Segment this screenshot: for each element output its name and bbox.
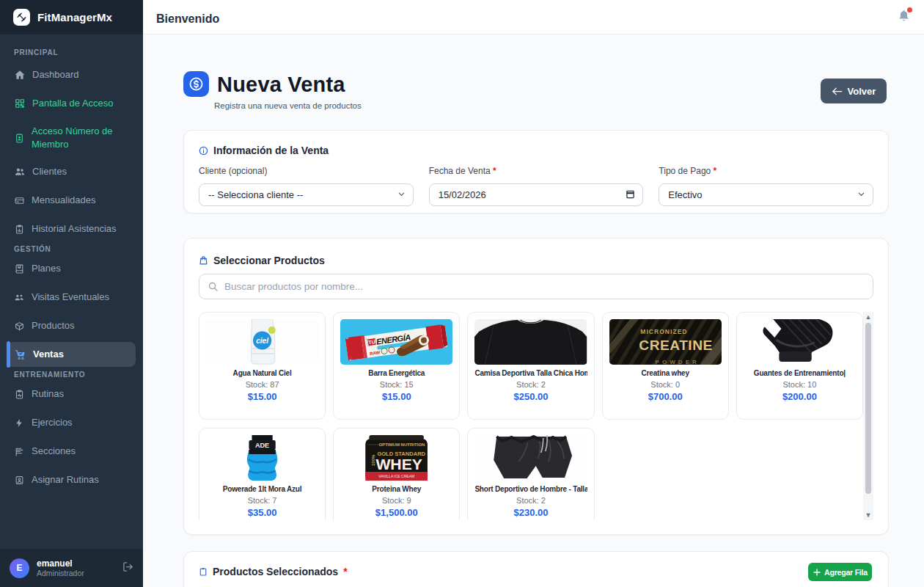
svg-text:OPTIMUM NUTRITION: OPTIMUM NUTRITION <box>379 442 425 447</box>
svg-text:MICRONIZED: MICRONIZED <box>640 328 687 335</box>
svg-text:TU: TU <box>368 339 375 345</box>
svg-text:WHEY: WHEY <box>376 456 422 473</box>
svg-text:ADE: ADE <box>255 442 269 449</box>
svg-text:100%: 100% <box>372 454 376 466</box>
svg-text:ciel: ciel <box>256 337 268 345</box>
svg-text:VANILLA ICE CREAM: VANILLA ICE CREAM <box>378 474 414 478</box>
svg-text:CREATINE: CREATINE <box>639 338 712 353</box>
svg-text:POWDER: POWDER <box>655 360 699 365</box>
